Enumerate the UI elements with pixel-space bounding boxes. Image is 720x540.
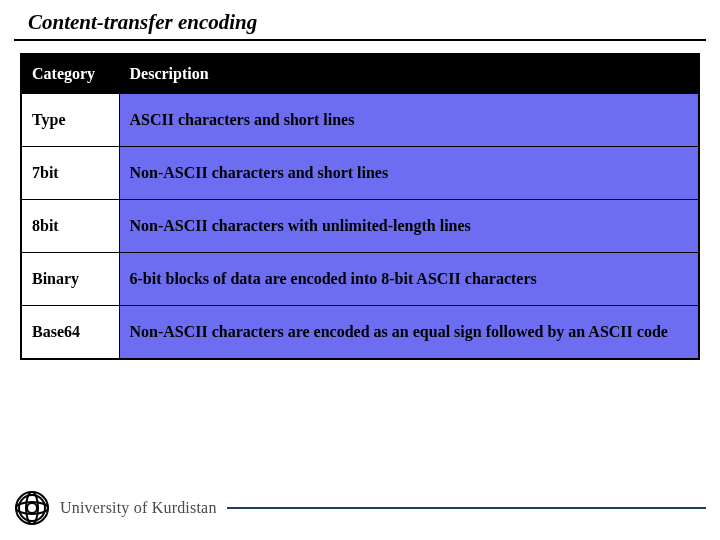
cell-category: 7bit — [21, 147, 119, 200]
header-category: Category — [21, 54, 119, 94]
svg-point-0 — [16, 492, 48, 524]
cell-description: Non-ASCII characters and short lines — [119, 147, 699, 200]
table-header-row: Category Description — [21, 54, 699, 94]
cell-category: 8bit — [21, 200, 119, 253]
svg-point-4 — [14, 490, 50, 526]
footer-divider — [227, 507, 706, 509]
cell-description: ASCII characters and short lines — [119, 94, 699, 147]
cell-description: Non-ASCII characters with unlimited-leng… — [119, 200, 699, 253]
page-title: Content-transfer encoding — [14, 0, 706, 41]
header-description: Description — [119, 54, 699, 94]
table-row: Binary 6-bit blocks of data are encoded … — [21, 253, 699, 306]
cell-description: Non-ASCII characters are encoded as an e… — [119, 306, 699, 360]
encoding-table: Category Description Type ASCII characte… — [20, 53, 700, 360]
footer: University of Kurdistan — [14, 490, 706, 526]
cell-category: Base64 — [21, 306, 119, 360]
cell-category: Type — [21, 94, 119, 147]
svg-point-1 — [27, 503, 37, 513]
university-name: University of Kurdistan — [60, 499, 217, 517]
table-row: 7bit Non-ASCII characters and short line… — [21, 147, 699, 200]
cell-category: Binary — [21, 253, 119, 306]
cell-description: 6-bit blocks of data are encoded into 8-… — [119, 253, 699, 306]
table-row: Base64 Non-ASCII characters are encoded … — [21, 306, 699, 360]
university-logo-icon — [14, 490, 50, 526]
table-row: 8bit Non-ASCII characters with unlimited… — [21, 200, 699, 253]
table-row: Type ASCII characters and short lines — [21, 94, 699, 147]
